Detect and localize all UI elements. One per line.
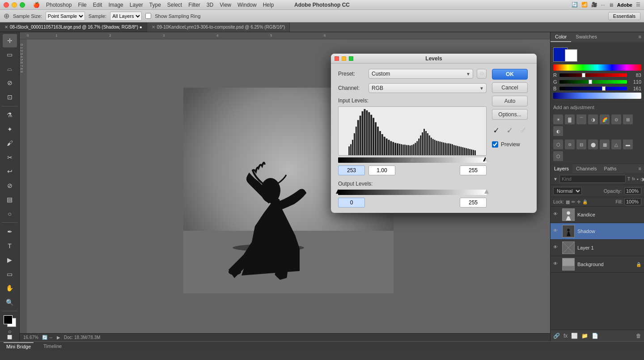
threshold-icon[interactable]: △ (611, 140, 621, 149)
shape-tool[interactable]: ▭ (3, 267, 17, 281)
tab-color[interactable]: Color (551, 32, 571, 42)
brightness-contrast-icon[interactable]: ☀ (553, 114, 563, 124)
foreground-color-swatch[interactable] (4, 315, 13, 324)
filter-t-icon[interactable]: T (627, 177, 630, 182)
gray-point-eyedropper[interactable] (505, 124, 516, 135)
close-button[interactable] (4, 2, 9, 8)
color-balance-icon[interactable]: ⊞ (623, 114, 633, 124)
tab-1-close[interactable]: ✕ (152, 25, 155, 30)
eyedropper-tool[interactable]: ⚗ (3, 108, 17, 122)
layer-eye-kandice[interactable]: 👁 (553, 212, 559, 218)
menu-file[interactable]: File (78, 2, 86, 8)
input-white-handle[interactable] (484, 157, 489, 161)
levels-icon[interactable]: ▓ (565, 114, 575, 124)
maximize-button[interactable] (20, 2, 25, 8)
blue-spectrum-bar[interactable] (553, 93, 641, 99)
layer-item-background[interactable]: 👁 Background 🔒 (551, 256, 644, 273)
text-tool[interactable]: T (3, 239, 17, 253)
g-slider-handle[interactable] (589, 80, 592, 84)
dialog-max-button[interactable] (349, 56, 353, 61)
tab-layers[interactable]: Layers (551, 164, 572, 173)
show-sampling-ring-checkbox[interactable] (145, 13, 151, 19)
layer-eye-layer1[interactable]: 👁 (553, 245, 559, 251)
lock-position-icon[interactable]: ✛ (577, 199, 580, 204)
dialog-close-button[interactable] (335, 56, 339, 61)
input-min-value[interactable] (338, 165, 365, 175)
crop-tool[interactable]: ⊡ (3, 90, 17, 104)
lock-transparency-icon[interactable]: ▦ (566, 199, 570, 204)
quick-mask[interactable]: ⊙ (8, 330, 12, 334)
sample-value-select[interactable]: All Layers (110, 12, 142, 21)
options-button[interactable]: Options... (492, 109, 528, 120)
move-tool[interactable]: ✛ (3, 34, 17, 47)
apple-menu[interactable]: 🍎 (33, 2, 40, 8)
rectangular-marquee-tool[interactable]: ▭ (3, 48, 17, 62)
lock-all-icon[interactable]: 🔒 (582, 199, 588, 204)
menu-help[interactable]: Help (263, 2, 274, 8)
r-slider[interactable] (559, 73, 627, 77)
tab-channels[interactable]: Channels (572, 164, 600, 173)
color-swatch[interactable] (4, 315, 16, 327)
brush-tool[interactable]: 🖌 (3, 136, 17, 150)
auto-button[interactable]: Auto (492, 96, 528, 106)
clone-tool[interactable]: ✂ (3, 151, 17, 164)
eraser-tool[interactable]: ⊘ (3, 179, 17, 192)
b-slider[interactable] (559, 87, 627, 90)
opacity-input[interactable] (624, 187, 641, 195)
selective-color-icon[interactable]: ⬡ (553, 151, 563, 161)
menu-select[interactable]: Select (167, 2, 182, 8)
menu-window[interactable]: Window (237, 2, 257, 8)
zoom-tool[interactable]: 🔍 (3, 296, 17, 309)
input-max-value[interactable] (460, 165, 487, 175)
lock-pixels-icon[interactable]: ✏ (572, 199, 575, 204)
menu-type[interactable]: Type (149, 2, 161, 8)
input-gamma-handle[interactable] (410, 157, 415, 161)
dialog-min-button[interactable] (342, 56, 346, 61)
g-slider[interactable] (559, 80, 627, 84)
bottom-tab-timeline[interactable]: Timeline (41, 343, 64, 350)
output-max-value[interactable] (460, 198, 487, 208)
tab-0[interactable]: ✕ 08-iStock_000011057163Large.psd @ 16.7… (0, 22, 147, 32)
menu-edit[interactable]: Edit (93, 2, 102, 8)
cancel-button[interactable]: Cancel (492, 82, 528, 93)
background-color[interactable] (565, 49, 577, 62)
r-slider-handle[interactable] (582, 73, 585, 77)
add-mask-icon[interactable]: ⬜ (571, 333, 578, 339)
dodge-tool[interactable]: ○ (3, 207, 17, 220)
gradient-tool[interactable]: ▤ (3, 193, 17, 206)
layers-kind-input[interactable] (559, 175, 626, 183)
channel-mixer-icon[interactable]: ⧈ (565, 140, 575, 149)
link-layers-icon[interactable]: 🔗 (553, 333, 560, 339)
quick-select-tool[interactable]: ⊘ (3, 76, 17, 90)
path-selection-tool[interactable]: ▶ (3, 253, 17, 267)
output-black-handle[interactable] (336, 189, 340, 194)
vibrance-icon[interactable]: 🌈 (600, 114, 610, 124)
black-white-icon[interactable]: ◐ (553, 126, 563, 136)
tab-1[interactable]: ✕ 09-10KandiceLynn19-306-to-composite.ps… (147, 22, 290, 32)
tab-swatches[interactable]: Swatches (571, 32, 602, 42)
bottom-tab-mini-bridge[interactable]: Mini Bridge (4, 342, 34, 350)
pen-tool[interactable]: ✒ (3, 225, 17, 238)
curves-icon[interactable]: ⌒ (576, 114, 586, 124)
exposure-icon[interactable]: ◑ (588, 114, 598, 124)
invert-icon[interactable]: ⬤ (588, 140, 598, 149)
preview-label[interactable]: Preview (501, 141, 520, 148)
essentials-button[interactable]: Essentials (608, 12, 640, 20)
sample-size-select[interactable]: Point Sample (46, 12, 85, 21)
filter-adjust-icon[interactable]: ◑ (640, 177, 644, 182)
ok-button[interactable]: OK (492, 69, 528, 80)
posterize-icon[interactable]: ▦ (600, 140, 610, 149)
filter-fx-icon[interactable]: fx (632, 177, 635, 181)
layers-panel-menu[interactable]: ≡ (636, 164, 644, 173)
layer-eye-background[interactable]: 👁 (553, 261, 559, 267)
fill-input[interactable] (624, 198, 641, 205)
black-point-eyedropper[interactable] (492, 124, 503, 135)
filter-pixel-icon[interactable]: ▪ (637, 177, 639, 182)
menu-view[interactable]: View (220, 2, 231, 8)
channel-select[interactable]: RGB Red Green Blue (369, 83, 487, 93)
menu-filter[interactable]: Filter (188, 2, 200, 8)
color-panel-menu[interactable]: ≡ (636, 32, 644, 42)
white-point-eyedropper[interactable] (519, 124, 530, 135)
layer-item-layer1[interactable]: 👁 Layer 1 (551, 240, 644, 256)
new-layer-icon[interactable]: 📄 (592, 333, 598, 339)
